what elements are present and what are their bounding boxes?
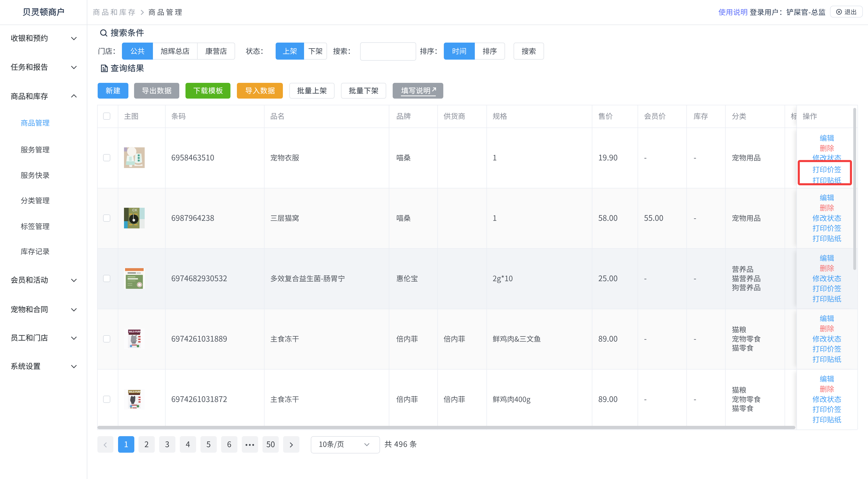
svg-text:WILD-PURE: WILD-PURE <box>129 330 141 333</box>
svg-text:CK: CK <box>132 208 137 212</box>
svg-text:WILD-PURE: WILD-PURE <box>129 390 141 393</box>
